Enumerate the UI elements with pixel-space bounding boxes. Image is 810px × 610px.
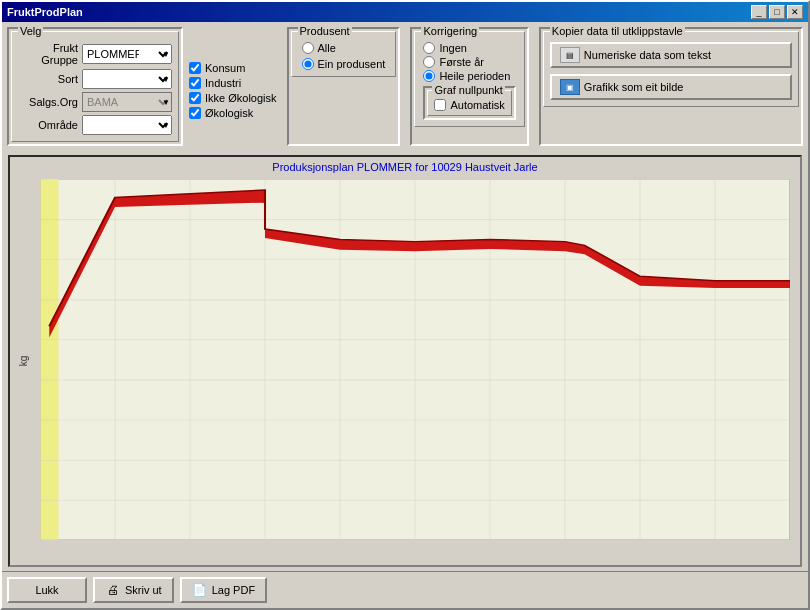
- ingen-label: Ingen: [439, 42, 467, 54]
- ein-produsent-label: Ein produsent: [318, 58, 386, 70]
- industri-row: Industri: [189, 77, 277, 89]
- chart-title: Produksjonsplan PLOMMER for 10029 Haustv…: [10, 157, 800, 175]
- ingen-radio-row: Ingen: [423, 42, 515, 54]
- forste-ar-label: Første år: [439, 56, 484, 68]
- okologisk-row: Økologisk: [189, 107, 277, 119]
- forste-ar-radio[interactable]: [423, 56, 435, 68]
- skriv-ut-button[interactable]: 🖨 Skriv ut: [93, 577, 174, 603]
- automatisk-checkbox[interactable]: [434, 99, 446, 111]
- konsum-label: Konsum: [205, 62, 245, 74]
- forste-ar-radio-row: Første år: [423, 56, 515, 68]
- salgs-org-row: Salgs.Org BAMA: [18, 92, 172, 112]
- ein-produsent-radio[interactable]: [302, 58, 314, 70]
- produsent-group-label: Produsent: [298, 25, 352, 37]
- alle-radio-row: Alle: [302, 42, 386, 54]
- lukk-button[interactable]: Lukk: [7, 577, 87, 603]
- frukt-gruppe-label: Frukt Gruppe: [18, 42, 78, 66]
- bottom-bar: Lukk 🖨 Skriv ut 📄 Lag PDF: [2, 571, 808, 608]
- alle-label: Alle: [318, 42, 336, 54]
- korrigering-section: Ingen Første år Heile perioden: [423, 42, 515, 82]
- omrade-row: Område: [18, 115, 172, 135]
- heile-perioden-label: Heile perioden: [439, 70, 510, 82]
- automatisk-row: Automatisk: [434, 99, 504, 111]
- ingen-radio[interactable]: [423, 42, 435, 54]
- salgs-org-label: Salgs.Org: [18, 96, 78, 108]
- frukt-gruppe-select[interactable]: PLOMMER: [82, 44, 172, 64]
- kopier-group-label: Kopier data til utklippstavle: [550, 25, 685, 37]
- chart-container: Produksjonsplan PLOMMER for 10029 Haustv…: [8, 155, 802, 567]
- ein-radio-row: Ein produsent: [302, 58, 386, 70]
- frukt-gruppe-row: Frukt Gruppe PLOMMER: [18, 42, 172, 66]
- ikke-okologisk-row: Ikke Økologisk: [189, 92, 277, 104]
- main-window: FruktProdPlan _ □ ✕ Velg Frukt Gruppe PL…: [0, 0, 810, 610]
- minimize-button[interactable]: _: [751, 5, 767, 19]
- velg-group-label: Velg: [18, 25, 43, 37]
- okologisk-label: Økologisk: [205, 107, 253, 119]
- sort-select-wrapper: [82, 69, 172, 89]
- y-axis-label: kg: [18, 356, 29, 367]
- velg-section: Frukt Gruppe PLOMMER Sort: [18, 42, 172, 135]
- omrade-label: Område: [18, 119, 78, 131]
- sort-select[interactable]: [82, 69, 172, 89]
- title-bar: FruktProdPlan _ □ ✕: [2, 2, 808, 22]
- printer-icon: 🖨: [105, 582, 121, 598]
- ikke-okologisk-checkbox[interactable]: [189, 92, 201, 104]
- maximize-button[interactable]: □: [769, 5, 785, 19]
- grafikk-icon: ▣: [560, 79, 580, 95]
- close-button[interactable]: ✕: [787, 5, 803, 19]
- controls-area: Velg Frukt Gruppe PLOMMER Sort: [2, 22, 808, 151]
- alle-radio[interactable]: [302, 42, 314, 54]
- omrade-select-wrapper: [82, 115, 172, 135]
- title-bar-buttons: _ □ ✕: [751, 5, 803, 19]
- numeriske-button[interactable]: ▤ Numeriske data som tekst: [550, 42, 792, 68]
- lag-pdf-button[interactable]: 📄 Lag PDF: [180, 577, 267, 603]
- frukt-gruppe-select-wrapper: PLOMMER: [82, 44, 172, 64]
- kopier-section: ▤ Numeriske data som tekst ▣ Grafikk som…: [550, 42, 792, 100]
- numeriske-icon: ▤: [560, 47, 580, 63]
- salgs-org-select-wrapper: BAMA: [82, 92, 172, 112]
- industri-label: Industri: [205, 77, 241, 89]
- omrade-select[interactable]: [82, 115, 172, 135]
- heile-perioden-radio[interactable]: [423, 70, 435, 82]
- korrigering-group-label: Korrigering: [421, 25, 479, 37]
- pdf-icon: 📄: [192, 582, 208, 598]
- sort-label: Sort: [18, 73, 78, 85]
- grafikk-button[interactable]: ▣ Grafikk som eit bilde: [550, 74, 792, 100]
- chart-svg: 0 500 1 000 1 500 2 000 2 500 3 000 3 50…: [40, 179, 790, 540]
- window-title: FruktProdPlan: [7, 6, 83, 18]
- automatisk-label: Automatisk: [450, 99, 504, 111]
- heile-perioden-radio-row: Heile perioden: [423, 70, 515, 82]
- ikke-okologisk-label: Ikke Økologisk: [205, 92, 277, 104]
- konsum-checkbox[interactable]: [189, 62, 201, 74]
- graf-nullpunkt-label: Graf nullpunkt: [432, 84, 504, 96]
- konsum-row: Konsum: [189, 62, 277, 74]
- svg-rect-1: [40, 179, 58, 540]
- sort-row: Sort: [18, 69, 172, 89]
- produsent-section: Alle Ein produsent: [302, 42, 386, 70]
- okologisk-checkbox[interactable]: [189, 107, 201, 119]
- industri-checkbox[interactable]: [189, 77, 201, 89]
- salgs-org-select[interactable]: BAMA: [82, 92, 172, 112]
